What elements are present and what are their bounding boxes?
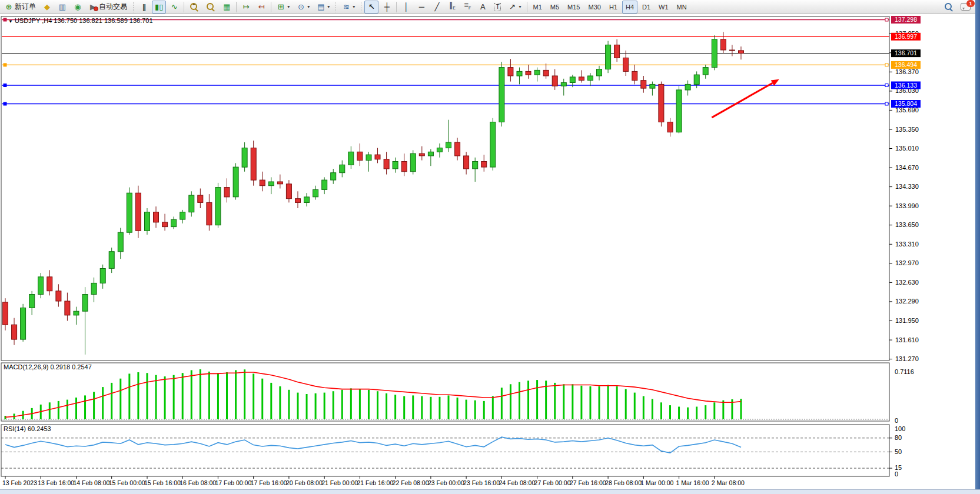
time-axis[interactable]: 13 Feb 202313 Feb 16:0014 Feb 08:0015 Fe…	[2, 476, 745, 486]
vertical-line-tool-button[interactable]: │	[399, 1, 413, 14]
line-chart-button[interactable]: ∿	[167, 1, 181, 14]
indicators-button[interactable]: ▤▾	[314, 1, 333, 14]
candle-body	[180, 212, 185, 219]
hline-handle[interactable]	[885, 18, 888, 21]
candle-body	[579, 77, 584, 81]
search-button[interactable]	[941, 1, 956, 14]
candle-body	[606, 45, 611, 69]
hline-handle[interactable]	[885, 84, 888, 87]
line-chart-icon: ∿	[170, 3, 178, 11]
zoom-out-button[interactable]: -	[203, 1, 218, 14]
tab-mn[interactable]: MN	[673, 1, 690, 14]
candle-body	[570, 77, 575, 83]
trendline-tool-button[interactable]: ╱	[430, 1, 444, 14]
candle-body	[207, 202, 212, 225]
candle-body	[189, 195, 194, 212]
toolbar: ⊕ 新订单 ◆ ▥ ◉ ▶ 自动交易 ||| ▮▯ ∿ + - ▦ ↦ ↤ ⊞▾…	[0, 0, 980, 14]
tab-h4[interactable]: H4	[622, 1, 637, 14]
rsi-panel[interactable]	[1, 425, 889, 476]
chevron-down-icon: ▾	[519, 4, 521, 9]
price-tick-label: 131.270	[895, 355, 919, 362]
connection-icon: ◉	[74, 3, 82, 11]
hline-handle[interactable]	[4, 64, 6, 66]
price-badge-text: 136.494	[895, 61, 917, 68]
crosshair-icon: ┼	[383, 3, 391, 11]
new-order-button[interactable]: ⊕ 新订单	[2, 1, 39, 14]
candle-body	[38, 277, 44, 295]
candle-body	[614, 45, 620, 58]
new-chart-button[interactable]: ⊞▾	[274, 1, 293, 14]
main-price-plot[interactable]	[1, 16, 889, 361]
hline-handle[interactable]	[4, 18, 6, 21]
horizontal-line-tool-button[interactable]: ─	[414, 1, 428, 14]
candle-body	[473, 162, 478, 169]
candle-body	[712, 39, 717, 68]
time-label: 23 Feb 00:00	[428, 479, 464, 486]
candle-body	[260, 180, 265, 186]
profiles-button[interactable]: ≋▾	[339, 1, 358, 14]
arrows-tool-button[interactable]: ↗▾	[505, 1, 524, 14]
data-window-button[interactable]: ▥	[55, 1, 69, 14]
tab-m1[interactable]: M1	[530, 1, 546, 14]
candle-body	[384, 159, 389, 169]
bar-chart-button[interactable]: |||	[137, 1, 151, 14]
candle-body	[251, 148, 256, 181]
periods-button[interactable]: ⊙▾	[294, 1, 313, 14]
candle-body	[3, 302, 8, 325]
candle-body	[109, 252, 114, 269]
tab-w1[interactable]: W1	[655, 1, 672, 14]
hline-handle[interactable]	[885, 64, 888, 66]
fibonacci-tool-button[interactable]: ≡	[460, 1, 474, 14]
toolbar-separator	[271, 2, 271, 12]
toolbar-separator	[396, 2, 397, 12]
candle-body	[29, 295, 35, 308]
time-label: 15 Feb 16:00	[144, 479, 181, 486]
candle-body	[597, 69, 602, 76]
candle-body	[517, 71, 522, 76]
zoom-in-button[interactable]: +	[187, 1, 202, 14]
candlestick-chart-button[interactable]: ▮▯	[152, 1, 166, 14]
toolbar-grip	[132, 2, 134, 12]
arrows-icon: ↗	[508, 3, 516, 11]
crosshair-tool-button[interactable]: ┼	[380, 1, 394, 14]
macd-panel[interactable]	[1, 363, 889, 421]
tab-h1[interactable]: H1	[606, 1, 621, 14]
market-watch-icon: ◆	[43, 3, 51, 11]
candle-body	[118, 232, 123, 252]
channel-tool-button[interactable]: ∥	[445, 1, 459, 14]
chart-title: ▼USDJPY ,H4 136.750 136.821 136.589 136.…	[8, 17, 153, 24]
price-tick-label: 132.290	[895, 298, 919, 305]
candle-body	[162, 222, 168, 227]
notification-badge: 1	[966, 0, 975, 7]
auto-scroll-button[interactable]: ↦	[239, 1, 253, 14]
chart-canvas[interactable]: 137.050136.710136.370136.030135.690135.3…	[0, 0, 980, 494]
tile-windows-button[interactable]: ▦	[220, 1, 234, 14]
text-tool-button[interactable]: A	[476, 1, 490, 14]
tab-d1[interactable]: D1	[639, 1, 654, 14]
text-label-tool-button[interactable]: T	[491, 1, 504, 14]
autotrading-button[interactable]: ▶ 自动交易	[86, 1, 130, 14]
hline-handle[interactable]	[4, 102, 6, 105]
cursor-icon: ↖	[367, 3, 376, 11]
candle-body	[561, 83, 566, 86]
profiles-icon: ≋	[342, 3, 350, 11]
macd-max-label: 0.7116	[895, 368, 914, 375]
price-tick-label: 132.970	[895, 259, 919, 266]
candle-body	[428, 152, 433, 156]
tab-m5[interactable]: M5	[547, 1, 563, 14]
chevron-down-icon: ▾	[287, 4, 290, 9]
hline-handle[interactable]	[4, 84, 6, 87]
candle-body	[56, 291, 61, 301]
price-axis[interactable]: 137.050136.710136.370136.030135.690135.3…	[889, 16, 921, 478]
hline-handle[interactable]	[885, 102, 888, 105]
candle-body	[464, 156, 469, 169]
price-tick-label: 135.010	[895, 145, 919, 152]
candle-body	[135, 193, 141, 231]
chart-shift-button[interactable]: ↤	[254, 1, 268, 14]
candle-body	[739, 51, 744, 54]
cursor-tool-button[interactable]: ↖	[364, 1, 378, 14]
tab-m30[interactable]: M30	[584, 1, 604, 14]
connection-button[interactable]: ◉	[71, 1, 85, 14]
tab-m15[interactable]: M15	[564, 1, 583, 14]
market-watch-button[interactable]: ◆	[40, 1, 54, 14]
